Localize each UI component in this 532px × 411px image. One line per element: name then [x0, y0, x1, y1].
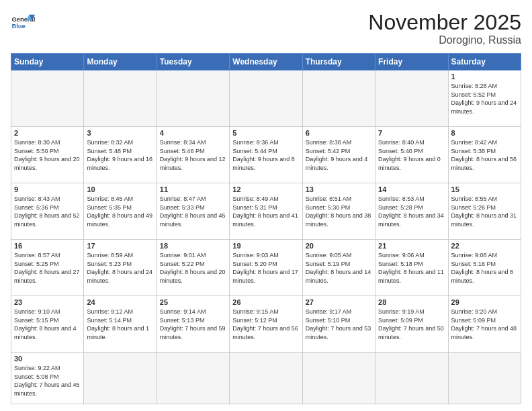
day-info: Sunrise: 8:47 AM Sunset: 5:33 PM Dayligh…	[160, 195, 226, 228]
calendar-cell: 2Sunrise: 8:30 AM Sunset: 5:50 PM Daylig…	[11, 127, 84, 183]
calendar-cell	[230, 353, 302, 404]
calendar-cell	[375, 353, 448, 404]
calendar-cell: 15Sunrise: 8:55 AM Sunset: 5:26 PM Dayli…	[448, 183, 521, 240]
day-info: Sunrise: 9:10 AM Sunset: 5:15 PM Dayligh…	[14, 308, 81, 341]
calendar-cell: 17Sunrise: 8:59 AM Sunset: 5:23 PM Dayli…	[84, 240, 157, 296]
calendar-cell: 9Sunrise: 8:43 AM Sunset: 5:36 PM Daylig…	[11, 183, 84, 240]
calendar-cell: 10Sunrise: 8:45 AM Sunset: 5:35 PM Dayli…	[84, 183, 157, 240]
day-info: Sunrise: 9:15 AM Sunset: 5:12 PM Dayligh…	[232, 308, 299, 341]
calendar-cell: 27Sunrise: 9:17 AM Sunset: 5:10 PM Dayli…	[302, 296, 375, 353]
day-info: Sunrise: 9:20 AM Sunset: 5:09 PM Dayligh…	[451, 308, 518, 341]
calendar-cell: 5Sunrise: 8:36 AM Sunset: 5:44 PM Daylig…	[230, 127, 302, 183]
day-number: 15	[451, 185, 518, 193]
day-info: Sunrise: 8:53 AM Sunset: 5:28 PM Dayligh…	[378, 195, 445, 228]
day-info: Sunrise: 9:12 AM Sunset: 5:14 PM Dayligh…	[87, 308, 153, 341]
day-number: 18	[160, 242, 226, 250]
day-number: 9	[14, 185, 81, 193]
calendar-cell	[84, 71, 157, 127]
location-title: Dorogino, Russia	[368, 34, 521, 46]
day-info: Sunrise: 8:40 AM Sunset: 5:40 PM Dayligh…	[378, 138, 445, 172]
month-title: November 2025	[368, 11, 521, 34]
calendar-week-row: 23Sunrise: 9:10 AM Sunset: 5:15 PM Dayli…	[11, 296, 521, 353]
day-number: 2	[14, 129, 81, 137]
calendar-cell: 28Sunrise: 9:19 AM Sunset: 5:09 PM Dayli…	[375, 296, 448, 353]
day-info: Sunrise: 9:19 AM Sunset: 5:09 PM Dayligh…	[378, 308, 445, 341]
calendar-cell: 29Sunrise: 9:20 AM Sunset: 5:09 PM Dayli…	[448, 296, 521, 353]
day-info: Sunrise: 8:34 AM Sunset: 5:46 PM Dayligh…	[160, 138, 226, 172]
calendar-week-row: 1Sunrise: 8:28 AM Sunset: 5:52 PM Daylig…	[11, 71, 521, 127]
day-number: 28	[378, 298, 445, 306]
day-number: 26	[232, 298, 299, 306]
day-info: Sunrise: 8:59 AM Sunset: 5:23 PM Dayligh…	[87, 251, 153, 285]
logo-icon: General Blue	[11, 11, 35, 35]
calendar-cell: 30Sunrise: 9:22 AM Sunset: 5:08 PM Dayli…	[11, 353, 84, 404]
calendar-cell: 6Sunrise: 8:38 AM Sunset: 5:42 PM Daylig…	[302, 127, 375, 183]
day-info: Sunrise: 8:32 AM Sunset: 5:48 PM Dayligh…	[87, 138, 153, 172]
calendar-cell	[230, 71, 302, 127]
calendar-cell: 21Sunrise: 9:06 AM Sunset: 5:18 PM Dayli…	[375, 240, 448, 296]
day-of-week-header: Thursday	[302, 54, 375, 71]
day-number: 25	[160, 298, 226, 306]
day-info: Sunrise: 8:42 AM Sunset: 5:38 PM Dayligh…	[451, 138, 518, 172]
day-info: Sunrise: 8:43 AM Sunset: 5:36 PM Dayligh…	[14, 195, 81, 228]
day-info: Sunrise: 9:03 AM Sunset: 5:20 PM Dayligh…	[232, 251, 299, 285]
calendar-cell	[157, 71, 229, 127]
day-number: 17	[87, 242, 153, 250]
day-number: 6	[306, 129, 372, 137]
day-number: 19	[232, 242, 299, 250]
calendar-cell: 23Sunrise: 9:10 AM Sunset: 5:15 PM Dayli…	[11, 296, 84, 353]
calendar-cell	[302, 353, 375, 404]
calendar-week-row: 16Sunrise: 8:57 AM Sunset: 5:25 PM Dayli…	[11, 240, 521, 296]
day-info: Sunrise: 9:08 AM Sunset: 5:16 PM Dayligh…	[451, 251, 518, 285]
calendar-week-row: 30Sunrise: 9:22 AM Sunset: 5:08 PM Dayli…	[11, 353, 521, 404]
calendar-cell	[375, 71, 448, 127]
day-info: Sunrise: 8:38 AM Sunset: 5:42 PM Dayligh…	[306, 138, 372, 172]
calendar-cell: 24Sunrise: 9:12 AM Sunset: 5:14 PM Dayli…	[84, 296, 157, 353]
day-info: Sunrise: 8:45 AM Sunset: 5:35 PM Dayligh…	[87, 195, 153, 228]
calendar-cell: 13Sunrise: 8:51 AM Sunset: 5:30 PM Dayli…	[302, 183, 375, 240]
calendar-cell: 8Sunrise: 8:42 AM Sunset: 5:38 PM Daylig…	[448, 127, 521, 183]
calendar-cell: 12Sunrise: 8:49 AM Sunset: 5:31 PM Dayli…	[230, 183, 302, 240]
day-number: 5	[232, 129, 299, 137]
day-number: 14	[378, 185, 445, 193]
calendar-cell	[84, 353, 157, 404]
day-info: Sunrise: 8:30 AM Sunset: 5:50 PM Dayligh…	[14, 138, 81, 172]
day-number: 24	[87, 298, 153, 306]
day-number: 13	[306, 185, 372, 193]
calendar-cell: 22Sunrise: 9:08 AM Sunset: 5:16 PM Dayli…	[448, 240, 521, 296]
calendar-cell: 26Sunrise: 9:15 AM Sunset: 5:12 PM Dayli…	[230, 296, 302, 353]
calendar-header-row: SundayMondayTuesdayWednesdayThursdayFrid…	[11, 54, 521, 71]
day-of-week-header: Wednesday	[230, 54, 302, 71]
day-info: Sunrise: 8:57 AM Sunset: 5:25 PM Dayligh…	[14, 251, 81, 285]
header: General Blue November 2025 Dorogino, Rus…	[11, 11, 521, 46]
day-number: 29	[451, 298, 518, 306]
day-info: Sunrise: 8:28 AM Sunset: 5:52 PM Dayligh…	[451, 82, 518, 116]
calendar-cell: 4Sunrise: 8:34 AM Sunset: 5:46 PM Daylig…	[157, 127, 229, 183]
calendar-cell: 16Sunrise: 8:57 AM Sunset: 5:25 PM Dayli…	[11, 240, 84, 296]
calendar-cell: 19Sunrise: 9:03 AM Sunset: 5:20 PM Dayli…	[230, 240, 302, 296]
svg-text:Blue: Blue	[11, 23, 25, 30]
day-number: 12	[232, 185, 299, 193]
day-info: Sunrise: 8:51 AM Sunset: 5:30 PM Dayligh…	[306, 195, 372, 228]
calendar-table: SundayMondayTuesdayWednesdayThursdayFrid…	[11, 53, 521, 404]
day-of-week-header: Sunday	[11, 54, 84, 71]
day-of-week-header: Friday	[375, 54, 448, 71]
day-of-week-header: Monday	[84, 54, 157, 71]
day-number: 7	[378, 129, 445, 137]
calendar-cell	[448, 353, 521, 404]
day-number: 16	[14, 242, 81, 250]
day-number: 22	[451, 242, 518, 250]
calendar-cell	[302, 71, 375, 127]
day-info: Sunrise: 9:22 AM Sunset: 5:08 PM Dayligh…	[14, 364, 81, 398]
day-number: 30	[14, 355, 81, 363]
day-number: 4	[160, 129, 226, 137]
day-info: Sunrise: 9:06 AM Sunset: 5:18 PM Dayligh…	[378, 251, 445, 285]
day-number: 3	[87, 129, 153, 137]
calendar-cell: 1Sunrise: 8:28 AM Sunset: 5:52 PM Daylig…	[448, 71, 521, 127]
calendar-cell	[157, 353, 229, 404]
page: General Blue November 2025 Dorogino, Rus…	[0, 0, 532, 411]
logo: General Blue	[11, 11, 35, 35]
calendar-week-row: 9Sunrise: 8:43 AM Sunset: 5:36 PM Daylig…	[11, 183, 521, 240]
calendar-cell: 7Sunrise: 8:40 AM Sunset: 5:40 PM Daylig…	[375, 127, 448, 183]
calendar-cell: 25Sunrise: 9:14 AM Sunset: 5:13 PM Dayli…	[157, 296, 229, 353]
